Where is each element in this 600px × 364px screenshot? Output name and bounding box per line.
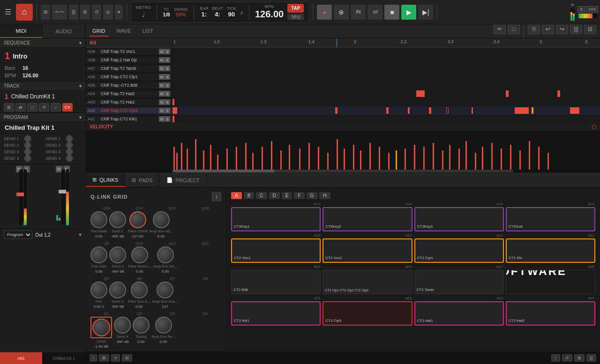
grid-view-ctrl[interactable]: ⊞ xyxy=(4,103,14,111)
send3r-knob[interactable] xyxy=(66,149,73,155)
audio-tab[interactable]: AUDIO xyxy=(43,24,85,38)
track-a02-mute[interactable]: M xyxy=(159,108,165,113)
pad-letter-e[interactable]: E xyxy=(282,192,292,199)
output-expand[interactable]: ▾ xyxy=(79,231,82,238)
pads-tab[interactable]: ⊞ PADS xyxy=(125,173,159,187)
track-a09-content[interactable] xyxy=(172,48,600,56)
pad-a15[interactable]: CT2Key3 xyxy=(414,207,504,231)
grid-view-button[interactable]: ⊞ xyxy=(41,5,50,20)
zoom-out-button[interactable]: ⊟ xyxy=(584,24,596,34)
sequence-expand-icon[interactable]: ▾ xyxy=(79,40,82,45)
pad-a06[interactable]: CT2 Clp1 CT2 Clp2 CT2 Clp3 xyxy=(322,270,412,294)
arrow-button[interactable]: ▾ xyxy=(115,5,123,20)
track-a08-solo[interactable]: S xyxy=(165,57,170,63)
qlink-info-button[interactable]: i xyxy=(212,192,221,201)
pad-a03[interactable]: CT2 Hat1 xyxy=(414,301,504,326)
list-btn-b[interactable]: ≡ xyxy=(111,354,120,362)
pad-a02[interactable]: CT2 Clp3 xyxy=(322,301,412,326)
qlink-q3-knob[interactable] xyxy=(133,317,150,334)
cv-ctrl[interactable]: CV xyxy=(62,103,73,111)
comp-button[interactable]: ≡≡≡ xyxy=(586,6,598,13)
scroll-button[interactable]: ||| xyxy=(586,354,596,362)
copy-button[interactable]: ⎘ xyxy=(528,24,540,34)
track-a08-content[interactable] xyxy=(172,56,600,64)
midi-tab[interactable]: MIDI xyxy=(0,24,43,38)
track-a01-mute[interactable]: M xyxy=(159,116,165,122)
undo-button[interactable]: ↩ xyxy=(542,24,554,34)
bounce-ctrl[interactable]: ⇄ xyxy=(15,103,26,111)
qlink-q11-knob[interactable] xyxy=(131,246,148,263)
qlink-q13-knob[interactable] xyxy=(90,211,107,228)
send2r-knob[interactable] xyxy=(66,142,73,149)
pad-a07[interactable]: CT2 Tamb xyxy=(414,270,504,294)
qlink-q2-knob[interactable] xyxy=(114,317,131,334)
export-button[interactable]: ↑ xyxy=(551,354,560,362)
track-a06-mute[interactable]: M xyxy=(159,74,165,80)
pad-a01[interactable]: CT2 Kik1 xyxy=(231,301,321,326)
send3-knob[interactable] xyxy=(24,149,31,155)
play-start-button[interactable]: ▶| xyxy=(418,5,433,20)
track-expand-icon[interactable]: ▾ xyxy=(79,83,82,89)
program-name[interactable]: Chilled Trap Kit 1 xyxy=(0,122,85,133)
wave-view-button[interactable]: 〜〜 xyxy=(52,5,67,20)
fader-track-l[interactable] xyxy=(19,169,23,225)
track-a02-content[interactable] xyxy=(172,106,600,115)
track-a03-solo[interactable]: S xyxy=(165,99,170,105)
pad-a13[interactable]: CT2Key1 xyxy=(231,207,321,231)
grid-tab[interactable]: GRID xyxy=(90,26,108,37)
track-a07-mute[interactable]: M xyxy=(159,66,165,71)
pad-a08[interactable]: MPC SOFTWARE xyxy=(506,270,595,294)
program-select[interactable]: Program xyxy=(4,230,32,239)
pad-letter-h[interactable]: H xyxy=(319,192,330,199)
qlink-q12-knob[interactable] xyxy=(157,246,174,263)
track-a05-content[interactable] xyxy=(172,81,600,89)
pad-a12[interactable]: CT2 Sfx xyxy=(506,238,595,263)
pad-letter-b[interactable]: B xyxy=(244,192,255,199)
pad-btn-b[interactable]: ⊟ xyxy=(122,354,132,362)
qlink-q8-knob[interactable] xyxy=(157,282,173,298)
pad-letter-f[interactable]: F xyxy=(294,192,304,199)
velocity-icon[interactable]: ⬡ xyxy=(592,124,596,130)
qlink-q9-knob[interactable] xyxy=(90,246,107,263)
qlinks-tab[interactable]: ⊞ QLINKS xyxy=(86,173,125,187)
in-button[interactable]: IN xyxy=(351,5,366,20)
track-a08-mute[interactable]: M xyxy=(159,57,165,63)
grid-scrollbar[interactable] xyxy=(86,169,600,173)
zoom-in-button[interactable]: ||| xyxy=(570,24,582,34)
grid-btn-b[interactable]: ⊞ xyxy=(99,354,109,362)
track-a09-mute[interactable]: M xyxy=(159,49,165,54)
track-a03-mute[interactable]: M xyxy=(159,99,165,105)
pad-a14[interactable]: CT2Key2 xyxy=(322,207,412,231)
track-a07-solo[interactable]: S xyxy=(165,66,170,71)
a01-status-tab[interactable]: A01 xyxy=(0,352,43,364)
mixer-button[interactable]: ||| xyxy=(69,5,78,20)
seq-button[interactable]: SEQ xyxy=(287,14,304,20)
send1-knob[interactable] xyxy=(24,135,31,142)
qlink-q15-knob[interactable] xyxy=(129,211,146,228)
pencil-button[interactable]: ✏ xyxy=(494,24,506,34)
menu-icon[interactable]: ☰ xyxy=(2,5,14,19)
overdub-button[interactable]: ⊕ xyxy=(334,5,349,20)
program-expand-icon[interactable]: ▾ xyxy=(79,115,82,120)
pad-a04[interactable]: CT2 Hat2 xyxy=(506,301,595,326)
home-button[interactable]: ⌂ xyxy=(16,4,33,21)
play-button[interactable]: ▶ xyxy=(401,5,416,20)
stereo-button[interactable]: S xyxy=(578,6,585,13)
project-tab[interactable]: 📄 PROJECT xyxy=(160,173,207,187)
qlink-q1-knob[interactable] xyxy=(92,319,110,336)
tap-button[interactable]: TAP xyxy=(287,4,304,13)
record-button[interactable]: ● xyxy=(317,5,332,20)
pad-a09[interactable]: CT2 Voc1 xyxy=(231,238,321,263)
qlink-q4-knob[interactable] xyxy=(155,317,172,334)
out-button[interactable]: ⊙I xyxy=(368,5,382,20)
loop-ctrl[interactable]: ↺ xyxy=(39,103,49,111)
send4r-knob[interactable] xyxy=(66,155,73,162)
pad-a05[interactable]: CT2 808 xyxy=(231,270,321,294)
select-button[interactable]: □ xyxy=(508,24,520,34)
qlink-q7-knob[interactable] xyxy=(131,282,148,298)
track-a04-mute[interactable]: M xyxy=(159,91,165,97)
redo-button[interactable]: ↪ xyxy=(556,24,568,34)
scroll-thumb[interactable] xyxy=(172,170,275,172)
pad-a10[interactable]: CT2 Voc2 xyxy=(322,238,412,263)
track-a04-solo[interactable]: S xyxy=(165,91,170,97)
